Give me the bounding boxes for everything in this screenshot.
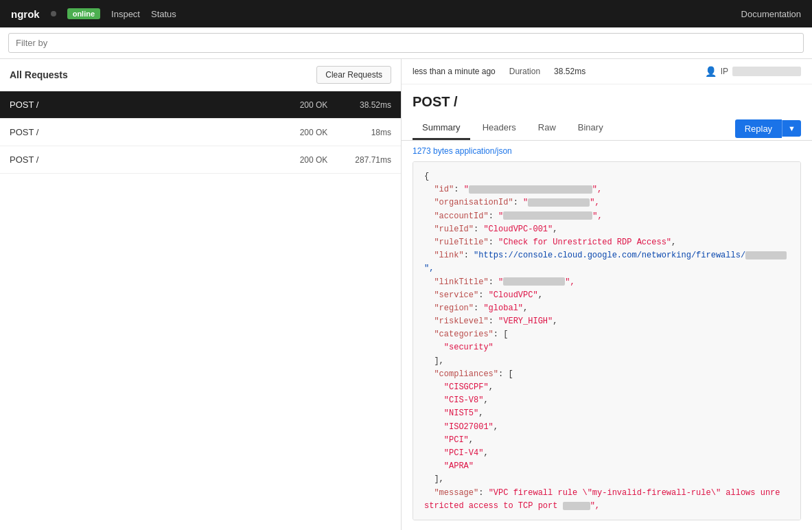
request-method: POST /	[10, 127, 284, 137]
request-item[interactable]: POST / 200 OK 287.71ms	[0, 146, 401, 174]
request-duration: 287.71ms	[343, 155, 391, 165]
left-panel: All Requests Clear Requests POST / 200 O…	[0, 59, 402, 530]
request-status: 200 OK	[290, 128, 338, 137]
topnav: ngrok online Inspect Status Documentatio…	[0, 0, 812, 27]
replay-button-group: Replay ▼	[735, 119, 801, 138]
request-meta: less than a minute ago Duration 38.52ms …	[402, 59, 812, 84]
request-item[interactable]: POST / 200 OK 18ms	[0, 119, 401, 146]
ip-value	[732, 67, 801, 76]
request-method: POST /	[10, 100, 284, 110]
documentation-link[interactable]: Documentation	[741, 9, 801, 19]
duration-value: 38.52ms	[554, 67, 585, 76]
tab-headers[interactable]: Headers	[473, 117, 526, 140]
request-duration: 18ms	[343, 128, 391, 137]
tab-binary[interactable]: Binary	[568, 117, 613, 140]
all-requests-title: All Requests	[10, 69, 68, 80]
replay-button[interactable]: Replay	[735, 119, 782, 138]
status-dot	[51, 11, 56, 16]
replay-dropdown-button[interactable]: ▼	[782, 120, 801, 137]
brand-logo: ngrok	[11, 8, 40, 20]
duration-label: Duration	[509, 67, 540, 76]
request-list: POST / 200 OK 38.52ms POST / 200 OK 18ms…	[0, 91, 401, 530]
request-item[interactable]: POST / 200 OK 38.52ms	[0, 91, 401, 119]
request-title: POST /	[402, 84, 812, 117]
status-link[interactable]: Status	[151, 9, 176, 19]
tabs-row: Summary Headers Raw Binary Replay ▼	[402, 117, 812, 141]
filterbar	[0, 27, 812, 59]
left-header: All Requests Clear Requests	[0, 59, 401, 91]
filter-input[interactable]	[8, 33, 804, 53]
json-viewer[interactable]: { "id": "redacted", "organisationId": "r…	[413, 161, 801, 520]
request-timestamp: less than a minute ago	[413, 67, 496, 76]
clear-requests-button[interactable]: Clear Requests	[316, 66, 391, 84]
tab-raw[interactable]: Raw	[529, 117, 566, 140]
request-status: 200 OK	[290, 155, 338, 165]
request-duration: 38.52ms	[343, 100, 391, 110]
right-panel: less than a minute ago Duration 38.52ms …	[402, 59, 812, 530]
status-badge: online	[67, 8, 100, 19]
request-method: POST /	[10, 154, 284, 165]
user-icon: 👤	[705, 66, 717, 77]
ip-label: IP	[721, 67, 728, 76]
ip-area: 👤 IP	[705, 66, 801, 77]
request-status: 200 OK	[290, 100, 338, 110]
inspect-link[interactable]: Inspect	[111, 9, 140, 19]
main-layout: All Requests Clear Requests POST / 200 O…	[0, 59, 812, 530]
tab-summary[interactable]: Summary	[413, 117, 470, 140]
content-info: 1273 bytes application/json	[402, 141, 812, 161]
